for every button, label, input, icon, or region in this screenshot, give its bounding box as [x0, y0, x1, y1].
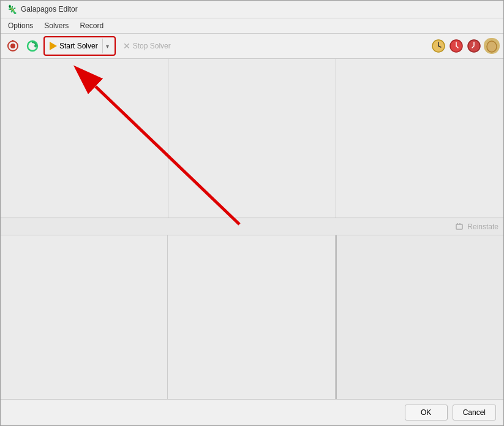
- top-panel-center: [168, 59, 336, 218]
- reinstate-label: Reinstate: [467, 223, 498, 231]
- bottom-panel-right: [336, 235, 503, 399]
- title-bar: 🦎 Galapagos Editor: [1, 1, 503, 18]
- bottom-panel-left: [1, 235, 168, 399]
- egg-icon[interactable]: [484, 38, 500, 54]
- footer: OK Cancel: [1, 399, 503, 425]
- stop-solver-label: Stop Solver: [133, 42, 171, 50]
- app-icon: 🦎: [7, 4, 17, 14]
- clock-icon-3[interactable]: [466, 38, 482, 54]
- ok-button[interactable]: OK: [405, 405, 448, 420]
- svg-rect-15: [456, 224, 462, 229]
- svg-point-14: [487, 41, 497, 52]
- clock-icon-1[interactable]: [431, 38, 446, 54]
- toolbar-right: [431, 38, 500, 54]
- bottom-panel-center: [168, 235, 335, 399]
- refresh-icon-btn[interactable]: [24, 37, 41, 55]
- svg-marker-4: [34, 44, 36, 48]
- reinstate-bar: Reinstate: [1, 218, 503, 235]
- top-panel-left: [1, 59, 168, 218]
- bottom-panels: [1, 235, 503, 399]
- menu-options[interactable]: Options: [3, 20, 38, 32]
- play-icon: [50, 42, 57, 50]
- toolbar: Start Solver ▾ ✕ Stop Solver: [1, 34, 503, 59]
- menu-record[interactable]: Record: [75, 20, 108, 32]
- start-solver-label: Start Solver: [59, 42, 98, 50]
- start-solver-dropdown[interactable]: ▾: [102, 39, 112, 53]
- stop-solver-button: ✕ Stop Solver: [118, 39, 176, 53]
- reinstate-button: Reinstate: [455, 222, 498, 232]
- svg-point-1: [10, 44, 15, 48]
- main-window: 🦎 Galapagos Editor Options Solvers Recor…: [0, 0, 504, 426]
- top-panels: [1, 59, 503, 218]
- start-solver-button[interactable]: Start Solver ▾: [43, 36, 116, 56]
- window-title: Galapagos Editor: [21, 5, 78, 13]
- start-solver-main[interactable]: Start Solver: [47, 40, 100, 51]
- cancel-button[interactable]: Cancel: [453, 405, 496, 420]
- menu-bar: Options Solvers Record: [1, 18, 503, 34]
- stop-icon: ✕: [123, 41, 130, 51]
- clock-icon-2[interactable]: [448, 38, 464, 54]
- menu-solvers[interactable]: Solvers: [39, 20, 73, 32]
- settings-icon-btn[interactable]: [4, 37, 21, 55]
- top-panel-right: [336, 59, 503, 218]
- content-area: Reinstate: [1, 59, 503, 399]
